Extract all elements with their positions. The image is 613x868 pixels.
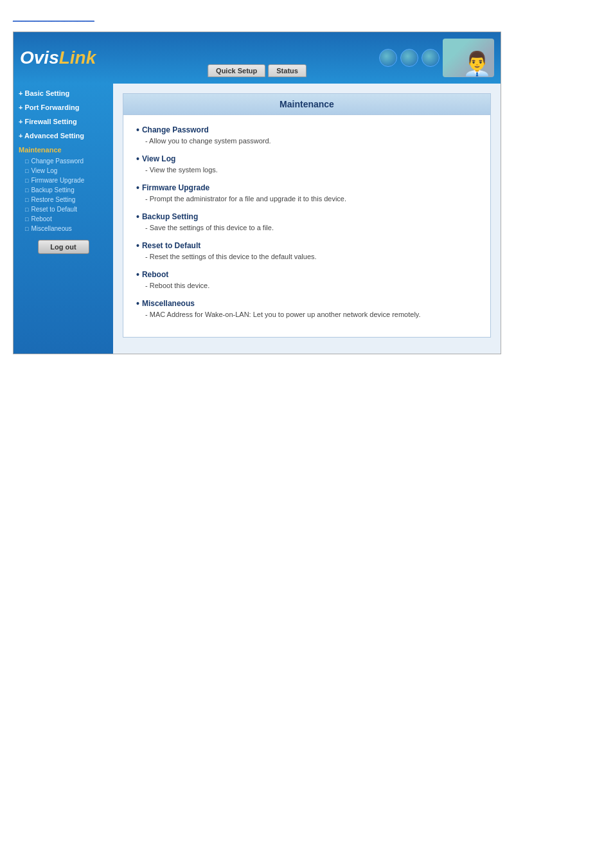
logout-button[interactable]: Log out [38,240,89,254]
sidebar-backup-setting[interactable]: □ Backup Setting [13,185,113,195]
item-change-password: Change Password - Allow you to change sy… [136,125,477,145]
item-miscellaneous-desc: - MAC Address for Wake-on-LAN: Let you t… [136,311,477,318]
sidebar-section-portfwd: + Port Forwarding [13,101,113,114]
item-backup-setting: Backup Setting - Save the settings of th… [136,212,477,231]
sidebar-reset-default[interactable]: □ Reset to Default [13,204,113,214]
item-backup-setting-title[interactable]: Backup Setting [136,212,477,222]
item-firmware-upgrade: Firmware Upgrade - Prompt the administra… [136,183,477,203]
bullet-icon: □ [25,168,28,174]
sidebar-section-advanced: + Advanced Setting [13,129,113,142]
bullet-icon: □ [25,197,28,203]
sidebar: + Basic Setting + Port Forwarding + Fire… [13,84,113,354]
sidebar-firmware-upgrade[interactable]: □ Firmware Upgrade [13,176,113,185]
item-reset-default: Reset to Default - Reset the settings of… [136,240,477,260]
bullet-icon: □ [25,216,28,222]
sidebar-firmware-upgrade-label: Firmware Upgrade [31,177,84,184]
sidebar-miscellaneous-label: Miscellaneous [31,225,71,232]
sidebar-firewall-setting[interactable]: + Firewall Setting [13,115,113,128]
sidebar-reboot-label: Reboot [31,215,51,222]
sidebar-port-forwarding[interactable]: + Port Forwarding [13,101,113,114]
top-nav-link[interactable]: ___________________ [13,13,116,22]
sidebar-advanced-setting[interactable]: + Advanced Setting [13,129,113,142]
sidebar-basic-setting[interactable]: + Basic Setting [13,87,113,100]
page-wrapper: ___________________ OvisLink Quick Setup… [0,0,613,868]
item-view-log: View Log - View the system logs. [136,154,477,174]
router-frame: OvisLink Quick Setup Status + Basic Sett… [13,32,501,354]
item-miscellaneous-title[interactable]: Miscellaneous [136,298,477,309]
item-change-password-title[interactable]: Change Password [136,125,477,135]
content-panel: Maintenance Change Password - Allow you … [123,93,491,338]
header-icons [379,39,494,77]
sidebar-change-password-label: Change Password [31,158,84,165]
item-firmware-upgrade-desc: - Prompt the administrator for a file an… [136,195,477,203]
router-header: OvisLink Quick Setup Status [13,32,501,84]
bullet-icon: □ [25,158,28,165]
sidebar-section-firewall: + Firewall Setting [13,115,113,128]
sidebar-backup-setting-label: Backup Setting [31,186,74,194]
globe-icon-3 [422,49,440,67]
item-view-log-title[interactable]: View Log [136,154,477,164]
content-area: Maintenance Change Password - Allow you … [113,84,501,354]
bullet-icon: □ [25,206,28,213]
sidebar-change-password[interactable]: □ Change Password [13,156,113,166]
logo-ovis: Ovis [20,48,59,68]
header-photo [443,39,494,77]
tab-quick-setup[interactable]: Quick Setup [208,64,265,77]
sidebar-view-log[interactable]: □ View Log [13,166,113,176]
logo: OvisLink [20,48,96,68]
item-firmware-upgrade-title[interactable]: Firmware Upgrade [136,183,477,193]
content-title: Maintenance [123,94,490,115]
item-change-password-desc: - Allow you to change system password. [136,137,477,145]
item-reboot-title[interactable]: Reboot [136,269,477,280]
tab-status[interactable]: Status [268,64,306,77]
bullet-icon: □ [25,187,28,194]
item-backup-setting-desc: - Save the settings of this device to a … [136,224,477,231]
sidebar-miscellaneous[interactable]: □ Miscellaneous [13,224,113,233]
content-body: Change Password - Allow you to change sy… [123,115,490,337]
nav-tabs: Quick Setup Status [208,64,306,77]
sidebar-restore-setting-label: Restore Setting [31,196,75,203]
item-reset-default-title[interactable]: Reset to Default [136,240,477,251]
sidebar-view-log-label: View Log [31,167,57,174]
sidebar-maintenance[interactable]: Maintenance [13,143,113,156]
item-view-log-desc: - View the system logs. [136,166,477,174]
logo-link: Link [59,48,96,68]
globe-icon-2 [400,49,418,67]
router-body: + Basic Setting + Port Forwarding + Fire… [13,84,501,354]
item-reboot-desc: - Reboot this device. [136,282,477,289]
item-reboot: Reboot - Reboot this device. [136,269,477,289]
globe-icon-1 [379,49,397,67]
sidebar-section-maintenance: Maintenance □ Change Password □ View Log… [13,143,113,233]
sidebar-section-basic: + Basic Setting [13,87,113,100]
item-reset-default-desc: - Reset the settings of this device to t… [136,253,477,260]
logo-area: OvisLink [20,48,96,68]
bullet-icon: □ [25,226,28,232]
bullet-icon: □ [25,177,28,184]
sidebar-reboot[interactable]: □ Reboot [13,214,113,224]
sidebar-restore-setting[interactable]: □ Restore Setting [13,195,113,204]
sidebar-reset-default-label: Reset to Default [31,206,77,213]
item-miscellaneous: Miscellaneous - MAC Address for Wake-on-… [136,298,477,318]
